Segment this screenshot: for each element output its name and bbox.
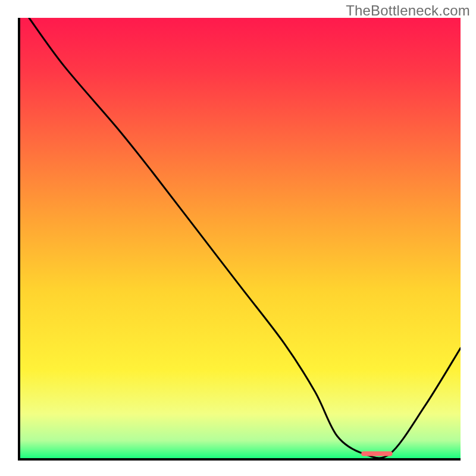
chart-frame: TheBottleneck.com <box>0 0 476 476</box>
chart-curve <box>20 18 461 458</box>
plot-area <box>20 18 461 458</box>
curve-line <box>29 18 461 458</box>
watermark-text: TheBottleneck.com <box>346 2 470 19</box>
plot-axes <box>18 18 461 461</box>
